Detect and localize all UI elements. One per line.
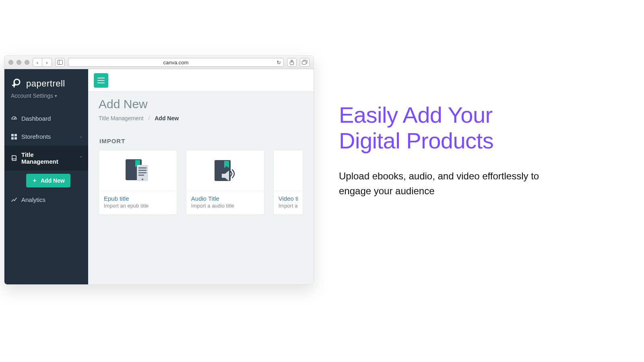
card-title: Epub title — [104, 195, 172, 202]
svg-rect-17 — [138, 175, 144, 176]
sidebar-item-title-management[interactable]: Title Management ˇ — [4, 146, 88, 171]
sidebar-toggle-button[interactable] — [55, 58, 65, 67]
card-title: Audio Title — [191, 195, 259, 202]
sidebar-item-analytics[interactable]: Analytics — [4, 191, 88, 209]
analytics-icon — [11, 197, 17, 203]
epub-art — [99, 150, 177, 191]
breadcrumb-separator: / — [148, 115, 150, 121]
card-subtitle: Import an epub title — [104, 203, 172, 209]
nav-back-forward: ‹ › — [33, 58, 52, 67]
audio-art — [186, 150, 264, 191]
dashboard-icon — [11, 115, 17, 122]
menu-toggle-button[interactable] — [94, 73, 108, 88]
main: Add New Title Management / Add New IMPOR… — [88, 69, 314, 284]
window-controls[interactable] — [8, 60, 29, 65]
sidebar-item-label: Title Management — [21, 151, 72, 165]
import-card-epub[interactable]: Epub title Import an epub title — [99, 150, 177, 215]
sidebar-item-dashboard[interactable]: Dashboard — [4, 109, 88, 128]
svg-rect-4 — [302, 61, 306, 64]
content: IMPORT — [88, 129, 314, 284]
brand-logo-icon — [11, 78, 22, 89]
brand: papertrell — [4, 69, 88, 93]
svg-rect-6 — [11, 134, 14, 136]
url-text: canva.com — [163, 60, 189, 66]
plus-icon: ＋ — [32, 177, 37, 184]
forward-button[interactable]: › — [42, 58, 52, 67]
reload-icon[interactable]: ↻ — [277, 60, 281, 66]
sidebar-item-label: Analytics — [21, 196, 45, 203]
marketing-headline: Easily Add Your Digital Products — [339, 102, 552, 154]
account-settings-label: Account Settings — [11, 93, 53, 99]
marketing-copy: Easily Add Your Digital Products Upload … — [339, 102, 552, 198]
svg-rect-9 — [14, 137, 17, 140]
svg-rect-14 — [138, 167, 147, 169]
url-bar[interactable]: canva.com ↻ — [68, 58, 284, 67]
import-card-audio[interactable]: Audio Title Import a audio title — [186, 150, 264, 215]
svg-rect-0 — [58, 60, 63, 65]
svg-rect-7 — [14, 134, 17, 136]
account-settings-dropdown[interactable]: Account Settings — [4, 93, 88, 105]
section-label: IMPORT — [99, 138, 303, 144]
app: papertrell Account Settings Dashboard — [4, 69, 314, 284]
add-new-button[interactable]: ＋ Add New — [26, 174, 70, 187]
breadcrumb-root[interactable]: Title Management — [99, 115, 144, 121]
brand-name: papertrell — [26, 78, 65, 89]
card-title: Video title — [279, 195, 298, 202]
svg-rect-16 — [138, 172, 147, 173]
browser-window: ‹ › canva.com ↻ — [4, 56, 314, 285]
book-icon — [11, 155, 17, 161]
share-button[interactable] — [287, 58, 297, 67]
page-title: Add New — [99, 97, 303, 111]
sidebar: papertrell Account Settings Dashboard — [4, 69, 88, 284]
storefronts-icon — [11, 134, 17, 140]
card-subtitle: Import a audio title — [191, 203, 259, 209]
hamburger-icon — [97, 78, 105, 83]
video-art — [274, 150, 303, 191]
svg-point-18 — [142, 179, 143, 180]
chevron-down-icon: ˇ — [80, 156, 82, 160]
close-dot[interactable] — [8, 60, 13, 65]
breadcrumb: Title Management / Add New — [99, 115, 303, 121]
zoom-dot[interactable] — [25, 60, 29, 65]
svg-rect-15 — [138, 170, 147, 171]
add-new-label: Add New — [41, 177, 65, 184]
sidebar-item-label: Dashboard — [21, 115, 51, 122]
chevron-right-icon: › — [80, 134, 82, 139]
svg-rect-8 — [11, 137, 14, 140]
stage: ‹ › canva.com ↻ — [0, 0, 644, 362]
topbar — [88, 69, 314, 92]
svg-point-5 — [14, 79, 20, 85]
back-button[interactable]: ‹ — [33, 58, 42, 67]
minimize-dot[interactable] — [17, 60, 21, 65]
sidebar-item-storefronts[interactable]: Storefronts › — [4, 128, 88, 146]
sidebar-nav: Dashboard Storefronts › T — [4, 109, 88, 209]
tabs-button[interactable] — [300, 58, 310, 67]
import-cards: Epub title Import an epub title — [99, 150, 303, 215]
marketing-body: Upload ebooks, audio, and video effortle… — [339, 169, 552, 198]
card-subtitle: Import a vi — [279, 203, 298, 209]
sidebar-item-label: Storefronts — [21, 133, 51, 140]
page-header: Add New Title Management / Add New — [88, 92, 314, 129]
breadcrumb-current: Add New — [155, 115, 179, 121]
import-card-video[interactable]: Video title Import a vi — [273, 150, 303, 215]
browser-chrome: ‹ › canva.com ↻ — [4, 56, 314, 69]
